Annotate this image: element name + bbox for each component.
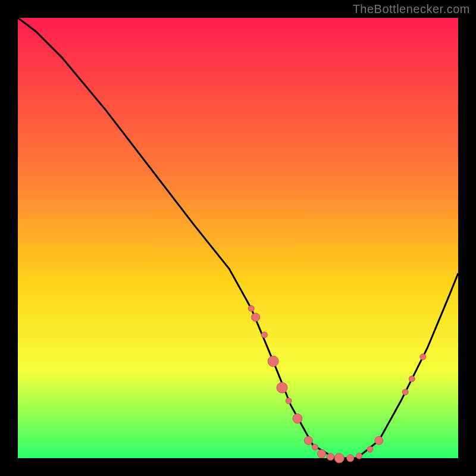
data-marker bbox=[347, 455, 354, 462]
data-marker bbox=[268, 356, 278, 367]
data-marker bbox=[248, 305, 254, 311]
data-marker bbox=[367, 446, 373, 452]
data-marker bbox=[252, 313, 260, 321]
data-marker bbox=[277, 383, 287, 393]
data-marker bbox=[420, 354, 426, 360]
data-marker bbox=[318, 450, 326, 458]
data-marker bbox=[304, 436, 312, 444]
attribution-text: TheBottlenecker.com bbox=[353, 2, 470, 16]
data-marker bbox=[402, 389, 408, 395]
data-marker bbox=[312, 444, 318, 450]
data-marker bbox=[293, 414, 302, 423]
data-marker bbox=[334, 453, 344, 463]
data-marker bbox=[409, 376, 415, 382]
data-marker bbox=[327, 453, 334, 461]
chart-container: { "attribution": "TheBottlenecker.com", … bbox=[0, 0, 476, 476]
data-marker bbox=[356, 453, 362, 459]
bottleneck-chart bbox=[0, 0, 476, 476]
data-marker bbox=[286, 398, 292, 404]
data-marker bbox=[375, 436, 383, 444]
data-marker bbox=[261, 332, 267, 338]
